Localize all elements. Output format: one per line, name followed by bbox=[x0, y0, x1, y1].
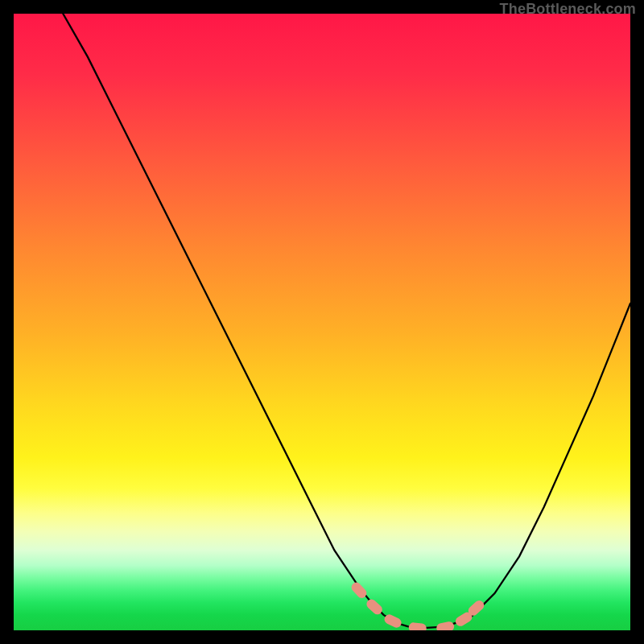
flat-zone-marker bbox=[436, 621, 455, 630]
chart-curve-layer bbox=[14, 14, 630, 630]
flat-zone-marker bbox=[408, 622, 427, 630]
flat-zone-marker bbox=[349, 580, 369, 600]
chart-plot-area bbox=[14, 14, 630, 630]
attribution-watermark: TheBottleneck.com bbox=[500, 1, 636, 18]
bottleneck-curve bbox=[63, 14, 630, 628]
